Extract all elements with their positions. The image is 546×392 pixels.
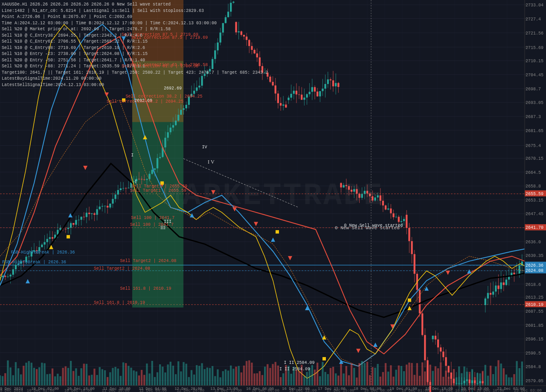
chart-container: MARKETTRADE XAUUSDe.H1 2626.26 2626.26 2… — [0, 0, 546, 392]
main-chart-canvas — [0, 0, 546, 392]
